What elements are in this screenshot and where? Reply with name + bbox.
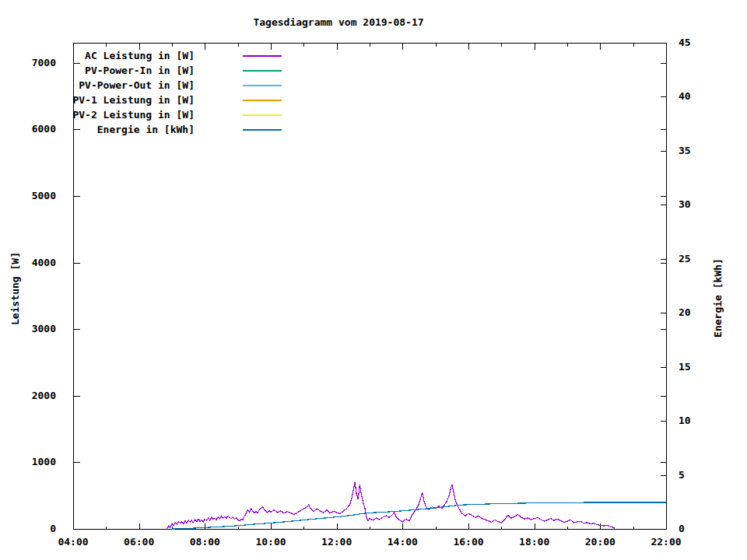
x-tick-label: 04:00 [48, 537, 98, 548]
y2-tick-label: 30 [679, 199, 725, 210]
x-tick-label: 10:00 [246, 537, 296, 548]
x-tick-label: 12:00 [312, 537, 362, 548]
x-tick-label: 08:00 [180, 537, 230, 548]
legend-line-sample [243, 70, 282, 72]
legend-item: PV-Power-In in [W] [0, 63, 747, 78]
y-tick-label: 6000 [9, 124, 56, 135]
legend-line-sample [243, 85, 282, 86]
legend-line-sample [243, 129, 282, 131]
x-tick-label: 14:00 [377, 537, 427, 548]
legend-item: Energie in [kWh] [0, 122, 747, 137]
y-tick-label: 1000 [9, 457, 56, 467]
y2-tick-label: 20 [679, 307, 725, 318]
legend-item: PV-1 Leistung in [W] [0, 93, 747, 107]
y-tick-label: 0 [9, 523, 56, 534]
y-tick-label: 4000 [9, 257, 56, 268]
y2-tick-label: 10 [679, 415, 725, 426]
y2-tick-label: 0 [679, 523, 725, 534]
x-tick-label: 20:00 [575, 537, 625, 548]
y-tick-label: 3000 [9, 324, 56, 334]
x-tick-label: 18:00 [510, 537, 559, 548]
legend-label: Energie in [kWh] [97, 124, 195, 135]
y2-tick-label: 25 [679, 254, 725, 264]
chart-title: Tagesdiagramm vom 2019-08-17 [0, 16, 677, 28]
legend-item: PV-2 Leistung in [W] [0, 107, 747, 122]
legend-line-sample [243, 100, 282, 101]
chart: Tagesdiagramm vom 2019-08-17 Leistung [W… [0, 0, 747, 560]
y2-tick-label: 45 [679, 37, 725, 48]
legend-label: PV-2 Leistung in [W] [72, 109, 195, 121]
y2-tick-label: 15 [679, 362, 725, 373]
y2-tick-label: 40 [679, 91, 725, 102]
y2-tick-label: 35 [679, 145, 725, 156]
series-energie-in-kwh-line [172, 502, 666, 529]
legend: AC Leistung in [W]PV-Power-In in [W]PV-P… [0, 48, 747, 137]
y-tick-label: 5000 [9, 191, 56, 201]
series-ac-leistung-in-w-line [167, 482, 615, 529]
legend-label: AC Leistung in [W] [85, 50, 195, 61]
y2-tick-label: 5 [679, 470, 725, 481]
x-tick-label: 06:00 [114, 537, 164, 548]
x-tick-label: 22:00 [641, 537, 691, 548]
y-axis-label-right: Energie [kWh] [712, 258, 724, 338]
legend-line-sample [243, 114, 282, 116]
legend-item: AC Leistung in [W] [0, 48, 747, 63]
legend-item: PV-Power-Out in [W] [0, 78, 747, 93]
legend-line-sample [243, 55, 282, 57]
x-tick-label: 16:00 [444, 537, 493, 548]
legend-label: PV-Power-Out in [W] [79, 79, 195, 91]
legend-label: PV-Power-In in [W] [85, 65, 195, 76]
y-tick-label: 7000 [9, 58, 56, 68]
y-tick-label: 2000 [9, 390, 56, 401]
legend-label: PV-1 Leistung in [W] [72, 94, 195, 106]
